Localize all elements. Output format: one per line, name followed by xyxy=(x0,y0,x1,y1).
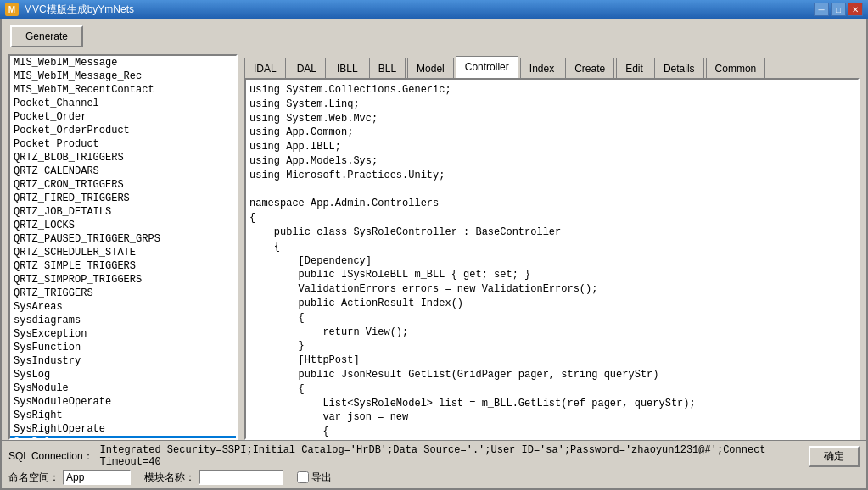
list-item[interactable]: MIS_WebIM_Message xyxy=(10,56,236,70)
list-item[interactable]: SysIndustry xyxy=(10,354,236,368)
list-item[interactable]: QRTZ_CRON_TRIGGERS xyxy=(10,178,236,192)
module-group: 模块名称： xyxy=(144,470,283,485)
list-item[interactable]: QRTZ_JOB_DETAILS xyxy=(10,205,236,219)
tab-dal[interactable]: DAL xyxy=(288,58,326,78)
maximize-button[interactable]: □ xyxy=(831,3,846,16)
list-item[interactable]: QRTZ_LOCKS xyxy=(10,219,236,232)
tab-common[interactable]: Common xyxy=(706,58,766,78)
list-item[interactable]: Pocket_Product xyxy=(10,137,236,151)
sql-value: Integrated Security=SSPI;Initial Catalog… xyxy=(100,444,802,468)
tab-index[interactable]: Index xyxy=(520,58,563,78)
list-item[interactable]: QRTZ_CALENDARS xyxy=(10,164,236,178)
generate-button[interactable]: Generate xyxy=(10,25,83,47)
tabs-container: IDALDALIBLLBLLModelControllerIndexCreate… xyxy=(244,54,860,78)
list-item[interactable]: SysRight xyxy=(10,409,236,422)
namespace-group: 命名空间： xyxy=(8,470,131,485)
namespace-label: 命名空间： xyxy=(8,471,59,485)
tab-bll[interactable]: BLL xyxy=(369,58,406,78)
status-bar: SQL Connection： Integrated Security=SSPI… xyxy=(2,440,866,488)
list-item[interactable]: QRTZ_SIMPROP_TRIGGERS xyxy=(10,273,236,287)
sql-label: SQL Connection： xyxy=(8,449,93,464)
export-checkbox[interactable] xyxy=(297,471,309,483)
app-title: MVC模版生成byYmNets xyxy=(24,3,814,17)
list-item[interactable]: Pocket_OrderProduct xyxy=(10,124,236,137)
toolbar: Generate xyxy=(2,19,866,54)
export-checkbox-label[interactable]: 导出 xyxy=(297,471,332,485)
module-input[interactable] xyxy=(199,470,283,485)
list-item[interactable]: QRTZ_BLOB_TRIGGERS xyxy=(10,151,236,164)
window-controls: ─ □ ✕ xyxy=(814,3,863,16)
list-item[interactable]: SysLog xyxy=(10,368,236,381)
tab-create[interactable]: Create xyxy=(565,58,614,78)
tab-ibll[interactable]: IBLL xyxy=(328,58,367,78)
tab-idal[interactable]: IDAL xyxy=(244,58,286,78)
list-item[interactable]: SysFunction xyxy=(10,341,236,354)
body-area: MIS_WebIM_MessageMIS_WebIM_Message_RecMI… xyxy=(2,54,866,440)
export-label: 导出 xyxy=(311,471,332,485)
confirm-button[interactable]: 确定 xyxy=(809,446,860,467)
list-item[interactable]: Pocket_Order xyxy=(10,110,236,124)
list-item[interactable]: QRTZ_PAUSED_TRIGGER_GRPS xyxy=(10,232,236,246)
list-item[interactable]: SysModule xyxy=(10,381,236,395)
minimize-button[interactable]: ─ xyxy=(814,3,829,16)
tab-edit[interactable]: Edit xyxy=(616,58,652,78)
module-label: 模块名称： xyxy=(144,471,195,485)
tab-controller[interactable]: Controller xyxy=(456,56,518,78)
list-item[interactable]: QRTZ_SIMPLE_TRIGGERS xyxy=(10,259,236,273)
list-item[interactable]: QRTZ_FIRED_TRIGGERS xyxy=(10,192,236,205)
list-item[interactable]: SysModuleOperate xyxy=(10,395,236,409)
list-item[interactable]: MIS_WebIM_RecentContact xyxy=(10,83,236,97)
list-item[interactable]: SysRightOperate xyxy=(10,422,236,436)
list-item[interactable]: sysdiagrams xyxy=(10,314,236,327)
sql-row: SQL Connection： Integrated Security=SSPI… xyxy=(8,444,860,468)
list-item[interactable]: Pocket_Channel xyxy=(10,97,236,110)
list-item[interactable]: MIS_WebIM_Message_Rec xyxy=(10,70,236,83)
app-icon: M xyxy=(5,3,19,16)
code-editor[interactable]: using System.Collections.Generic; using … xyxy=(244,78,860,440)
field-row: 命名空间： 模块名称： 导出 xyxy=(8,470,860,485)
tab-model[interactable]: Model xyxy=(407,58,454,78)
list-item[interactable]: SysAreas xyxy=(10,300,236,314)
main-container: Generate MIS_WebIM_MessageMIS_WebIM_Mess… xyxy=(0,19,868,490)
tab-details[interactable]: Details xyxy=(654,58,704,78)
list-item[interactable]: SysRole xyxy=(10,436,236,438)
list-item[interactable]: QRTZ_SCHEDULER_STATE xyxy=(10,246,236,259)
left-panel: MIS_WebIM_MessageMIS_WebIM_Message_RecMI… xyxy=(8,54,238,440)
list-item[interactable]: QRTZ_TRIGGERS xyxy=(10,287,236,300)
title-bar: M MVC模版生成byYmNets ─ □ ✕ xyxy=(0,0,868,19)
right-panel: IDALDALIBLLBLLModelControllerIndexCreate… xyxy=(244,54,860,440)
namespace-input[interactable] xyxy=(63,470,131,485)
table-list[interactable]: MIS_WebIM_MessageMIS_WebIM_Message_RecMI… xyxy=(10,56,236,438)
close-button[interactable]: ✕ xyxy=(848,3,863,16)
list-item[interactable]: SysException xyxy=(10,327,236,341)
